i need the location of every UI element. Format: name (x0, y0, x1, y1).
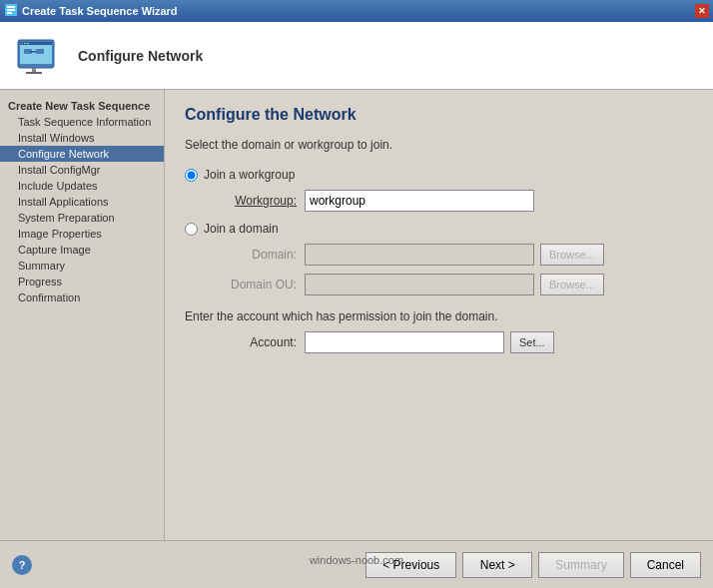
domain-browse-button: Browse... (540, 244, 604, 266)
sidebar-item-task-sequence-information[interactable]: Task Sequence Information (0, 114, 164, 130)
sidebar-item-confirmation[interactable]: Confirmation (0, 290, 164, 305)
header-title: Configure Network (78, 48, 203, 64)
svg-point-9 (27, 42, 29, 44)
workgroup-input[interactable] (305, 190, 534, 212)
sidebar-item-install-windows[interactable]: Install Windows (0, 130, 164, 146)
account-field-row: Account: Set... (205, 331, 693, 353)
svg-rect-12 (30, 51, 36, 53)
account-label: Account: (205, 335, 305, 349)
sidebar-item-summary[interactable]: Summary (0, 258, 164, 274)
sidebar-item-capture-image[interactable]: Capture Image (0, 242, 164, 258)
domain-field-row: Domain: Browse... (205, 244, 693, 266)
radio-workgroup[interactable] (185, 169, 198, 182)
sidebar-item-install-applications[interactable]: Install Applications (0, 194, 164, 210)
svg-rect-1 (7, 6, 15, 8)
sidebar-item-image-properties[interactable]: Image Properties (0, 226, 164, 242)
workgroup-field-row: Workgroup: (205, 190, 693, 212)
sidebar-item-install-configmgr[interactable]: Install ConfigMgr (0, 162, 164, 178)
header-icon (16, 32, 64, 80)
svg-rect-14 (26, 72, 42, 74)
cancel-button[interactable]: Cancel (630, 552, 701, 578)
svg-rect-13 (32, 68, 36, 72)
summary-button: Summary (538, 552, 623, 578)
workgroup-label: Workgroup: (205, 194, 305, 208)
svg-rect-11 (36, 49, 44, 54)
wizard-header: Configure Network (0, 22, 713, 90)
svg-point-7 (21, 42, 23, 44)
svg-rect-3 (7, 12, 12, 14)
close-button[interactable]: ✕ (695, 4, 709, 18)
account-input[interactable] (305, 331, 504, 353)
domain-label: Domain: (205, 248, 305, 262)
account-note: Enter the account which has permission t… (185, 309, 693, 323)
radio-domain[interactable] (185, 223, 198, 236)
domain-ou-browse-button: Browse... (540, 274, 604, 295)
window-title: Create Task Sequence Wizard (22, 5, 178, 17)
next-button[interactable]: Next > (462, 552, 532, 578)
domain-ou-label: Domain OU: (205, 278, 305, 292)
account-set-button[interactable]: Set... (510, 331, 554, 353)
title-bar: Create Task Sequence Wizard ✕ (0, 0, 713, 22)
sidebar-item-include-updates[interactable]: Include Updates (0, 178, 164, 194)
domain-ou-input (305, 274, 534, 295)
domain-ou-field-row: Domain OU: Browse... (205, 274, 693, 295)
content-area: Configure the Network Select the domain … (165, 90, 713, 540)
sidebar-item-progress[interactable]: Progress (0, 274, 164, 290)
sidebar: Create New Task Sequence Task Sequence I… (0, 90, 165, 540)
radio-domain-label[interactable]: Join a domain (204, 222, 279, 236)
content-subtitle: Select the domain or workgroup to join. (185, 138, 693, 152)
watermark: windows-noob.com (310, 554, 403, 566)
sidebar-item-configure-network[interactable]: Configure Network (0, 146, 164, 162)
radio-workgroup-label[interactable]: Join a workgroup (204, 168, 295, 182)
help-button[interactable]: ? (12, 555, 32, 575)
window-icon (4, 3, 18, 19)
svg-rect-2 (7, 9, 15, 11)
svg-point-8 (24, 42, 26, 44)
content-title: Configure the Network (185, 106, 693, 124)
account-section: Enter the account which has permission t… (185, 309, 693, 353)
domain-input (305, 244, 534, 266)
network-options: Join a workgroup Workgroup: (185, 168, 693, 212)
sidebar-section-label: Create New Task Sequence (0, 96, 164, 114)
sidebar-item-system-preparation[interactable]: System Preparation (0, 210, 164, 226)
